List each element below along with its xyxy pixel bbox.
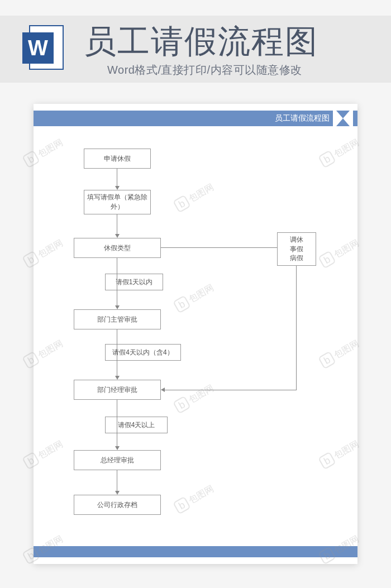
arrow — [117, 258, 117, 305]
word-icon: W — [22, 22, 67, 73]
doc-header-bar: 员工请假流程图 — [34, 111, 357, 126]
arrow — [117, 470, 117, 491]
node-type: 休假类型 — [74, 238, 161, 258]
arrow-head-icon — [161, 388, 165, 392]
node-fill-form: 填写请假单（紧急除外） — [84, 190, 151, 214]
arrow-head-icon — [115, 446, 120, 450]
connector — [161, 247, 277, 248]
arrow-head-icon — [115, 491, 120, 495]
doc-footer-bar — [34, 546, 357, 557]
page-title: 员工请假流程图 — [84, 20, 318, 64]
document-preview: 员工请假流程图 申请休假 填写请假单（紧急除外） 休假类型 请假1天以内 部门主… — [34, 104, 357, 564]
page-subtitle: Word格式/直接打印/内容可以随意修改 — [107, 63, 302, 78]
word-letter: W — [22, 32, 54, 64]
arrow-head-icon — [115, 376, 120, 380]
node-4plus: 请假4天以上 — [105, 417, 168, 433]
arrow — [117, 169, 117, 186]
arrow — [117, 214, 117, 234]
node-leave-types: 调休 事假 病假 — [277, 232, 316, 266]
arrow — [117, 329, 117, 376]
connector — [165, 390, 297, 390]
arrow-head-icon — [115, 305, 120, 309]
flowchart: 申请休假 填写请假单（紧急除外） 休假类型 请假1天以内 部门主管审批 请假4天… — [34, 137, 357, 551]
doc-header-label: 员工请假流程图 — [275, 113, 330, 123]
arrow-head-icon — [115, 234, 120, 238]
connector — [296, 266, 297, 390]
node-gm: 总经理审批 — [74, 450, 161, 470]
node-archive: 公司行政存档 — [74, 495, 161, 515]
arrow — [117, 400, 117, 446]
node-manager: 部门经理审批 — [74, 380, 161, 400]
node-apply: 申请休假 — [84, 149, 151, 169]
hourglass-icon — [333, 109, 353, 127]
arrow-head-icon — [115, 186, 120, 190]
node-1day: 请假1天以内 — [105, 274, 163, 290]
node-supervisor: 部门主管审批 — [74, 309, 161, 329]
